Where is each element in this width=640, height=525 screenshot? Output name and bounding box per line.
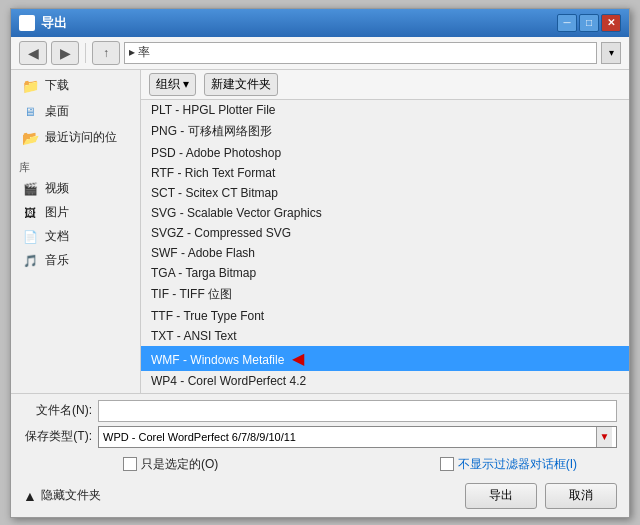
new-folder-button[interactable]: 新建文件夹 [204, 73, 278, 96]
list-item[interactable]: SCT - Scitex CT Bitmap [141, 183, 629, 203]
list-item[interactable]: SVG - Scalable Vector Graphics [141, 203, 629, 223]
recent-icon: 📂 [21, 129, 39, 147]
content-area: 组织 ▾ 新建文件夹 PLT - HPGL Plotter File PNG -… [141, 70, 629, 393]
filetype-label: 保存类型(T): [23, 428, 98, 445]
video-icon: 🎬 [21, 180, 39, 198]
export-dialog: 导出 ─ □ ✕ ◀ ▶ ↑ ▸ 率 ▾ 📁 下载 🖥 桌面 [10, 8, 630, 518]
checkbox-selected-only[interactable]: 只是选定的(O) [123, 456, 218, 473]
list-item[interactable]: PLT - HPGL Plotter File [141, 100, 629, 120]
toolbar: ◀ ▶ ↑ ▸ 率 ▾ [11, 37, 629, 70]
filetype-value: WPD - Corel WordPerfect 6/7/8/9/10/11 [103, 431, 296, 443]
sidebar-item-images[interactable]: 🖼 图片 [15, 201, 136, 225]
checkbox-no-filter[interactable]: 不显示过滤器对话框(I) [440, 456, 577, 473]
list-item-selected[interactable]: WMF - Windows Metafile ◀ [141, 346, 629, 371]
sidebar-item-label: 图片 [45, 204, 69, 221]
checkbox-label: 只是选定的(O) [141, 456, 218, 473]
list-item[interactable]: SVGZ - Compressed SVG [141, 223, 629, 243]
library-section: 库 🎬 视频 🖼 图片 📄 文档 🎵 音乐 [15, 158, 136, 273]
export-button[interactable]: 导出 [465, 483, 537, 509]
filetype-dropdown[interactable]: WPD - Corel WordPerfect 6/7/8/9/10/11 ▼ [98, 426, 617, 448]
desktop-icon: 🖥 [21, 103, 39, 121]
list-item[interactable]: WP4 - Corel WordPerfect 4.2 [141, 371, 629, 391]
toolbar-separator [85, 43, 86, 63]
list-item[interactable]: TTF - True Type Font [141, 306, 629, 326]
address-dropdown-button[interactable]: ▾ [601, 42, 621, 64]
sidebar-item-video[interactable]: 🎬 视频 [15, 177, 136, 201]
close-button[interactable]: ✕ [601, 14, 621, 32]
filename-label: 文件名(N): [23, 402, 98, 419]
org-bar: 组织 ▾ 新建文件夹 [141, 70, 629, 100]
title-bar: 导出 ─ □ ✕ [11, 9, 629, 37]
checkbox-row: 只是选定的(O) 不显示过滤器对话框(I) [23, 452, 617, 477]
file-list-container: PLT - HPGL Plotter File PNG - 可移植网络图形 PS… [141, 100, 629, 393]
list-item[interactable]: TGA - Targa Bitmap [141, 263, 629, 283]
checkbox-box2[interactable] [440, 457, 454, 471]
minimize-button[interactable]: ─ [557, 14, 577, 32]
filename-row: 文件名(N): [23, 400, 617, 422]
list-item[interactable]: PNG - 可移植网络图形 [141, 120, 629, 143]
title-bar-buttons: ─ □ ✕ [557, 14, 621, 32]
hide-folder-button[interactable]: ▲ 隐藏文件夹 [23, 487, 101, 504]
organize-button[interactable]: 组织 ▾ [149, 73, 196, 96]
folder-icon: 📁 [21, 77, 39, 95]
library-label: 库 [15, 158, 136, 177]
dialog-icon [19, 15, 35, 31]
maximize-button[interactable]: □ [579, 14, 599, 32]
sidebar-item-label: 文档 [45, 228, 69, 245]
dialog-title: 导出 [41, 14, 557, 32]
checkbox-label2: 不显示过滤器对话框(I) [458, 456, 577, 473]
file-list[interactable]: PLT - HPGL Plotter File PNG - 可移植网络图形 PS… [141, 100, 629, 393]
address-bar[interactable]: ▸ 率 [124, 42, 597, 64]
list-item[interactable]: RTF - Rich Text Format [141, 163, 629, 183]
up-button[interactable]: ↑ [92, 41, 120, 65]
button-row: ▲ 隐藏文件夹 导出 取消 [23, 477, 617, 511]
sidebar-item-label: 下载 [45, 77, 69, 94]
sidebar-item-download[interactable]: 📁 下载 [15, 74, 136, 98]
sidebar-item-label: 视频 [45, 180, 69, 197]
sidebar: 📁 下载 🖥 桌面 📂 最近访问的位 库 🎬 视频 🖼 图片 [11, 70, 141, 393]
checkbox-box[interactable] [123, 457, 137, 471]
filetype-row: 保存类型(T): WPD - Corel WordPerfect 6/7/8/9… [23, 426, 617, 448]
bottom-section: 文件名(N): 保存类型(T): WPD - Corel WordPerfect… [11, 393, 629, 517]
main-area: 📁 下载 🖥 桌面 📂 最近访问的位 库 🎬 视频 🖼 图片 [11, 70, 629, 393]
sidebar-item-music[interactable]: 🎵 音乐 [15, 249, 136, 273]
sidebar-item-documents[interactable]: 📄 文档 [15, 225, 136, 249]
list-item[interactable]: PSD - Adobe Photoshop [141, 143, 629, 163]
hide-folder-label: 隐藏文件夹 [41, 487, 101, 504]
list-item[interactable]: SWF - Adobe Flash [141, 243, 629, 263]
dropdown-arrow-icon[interactable]: ▼ [596, 427, 612, 447]
document-icon: 📄 [21, 228, 39, 246]
sidebar-item-desktop[interactable]: 🖥 桌面 [15, 100, 136, 124]
sidebar-item-recent[interactable]: 📂 最近访问的位 [15, 126, 136, 150]
music-icon: 🎵 [21, 252, 39, 270]
filename-input[interactable] [98, 400, 617, 422]
forward-button[interactable]: ▶ [51, 41, 79, 65]
image-icon: 🖼 [21, 204, 39, 222]
address-text: ▸ 率 [129, 44, 150, 61]
list-item[interactable]: TIF - TIFF 位图 [141, 283, 629, 306]
sidebar-item-label: 音乐 [45, 252, 69, 269]
list-item[interactable]: TXT - ANSI Text [141, 326, 629, 346]
sidebar-item-label: 桌面 [45, 103, 69, 120]
sidebar-item-label: 最近访问的位 [45, 129, 117, 146]
cancel-button[interactable]: 取消 [545, 483, 617, 509]
back-button[interactable]: ◀ [19, 41, 47, 65]
